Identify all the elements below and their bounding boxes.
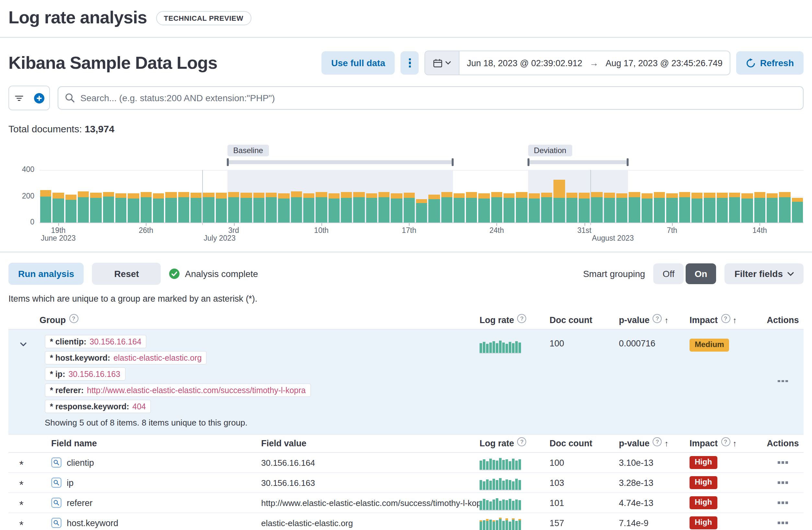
smart-grouping-on-button[interactable]: On (686, 263, 716, 284)
field-value: 30.156.16.163 (261, 478, 480, 488)
histogram-bar (416, 199, 427, 223)
page-title: Log rate analysis (9, 8, 147, 28)
histogram-bar (128, 193, 139, 223)
group-items: * clientip:30.156.16.164 * host.keyword:… (34, 335, 480, 428)
unique-marker: * (9, 457, 34, 468)
row-actions-button[interactable] (775, 458, 791, 467)
reset-button[interactable]: Reset (92, 263, 161, 285)
field-name: referer (67, 498, 93, 507)
row-actions-button[interactable] (775, 478, 791, 487)
refresh-button[interactable]: Refresh (736, 51, 803, 74)
deviation-brush-left-handle[interactable] (527, 158, 530, 166)
x-axis-label: 17th (402, 226, 416, 234)
histogram-bar (667, 193, 678, 223)
filter-toggle-button[interactable] (9, 86, 29, 110)
field-table-row[interactable]: *refererhttp://www.elastic-elastic-elast… (9, 493, 803, 513)
histogram-bar (53, 193, 64, 223)
search-input[interactable] (58, 86, 803, 110)
y-axis-label: 0 (10, 218, 34, 226)
histogram-bar (403, 193, 415, 223)
date-range-picker[interactable]: Jun 18, 2023 @ 02:39:02.912 → Aug 17, 20… (425, 51, 730, 75)
x-axis-tick (146, 223, 147, 226)
histogram-bar (316, 192, 327, 223)
collapse-group-button[interactable] (17, 339, 29, 352)
histogram-bar (641, 194, 653, 223)
unique-items-note: Items which are unique to a group are ma… (9, 294, 803, 304)
x-axis-tick (497, 223, 497, 226)
histogram-bar (579, 193, 590, 223)
group-item-chip: * host.keyword:elastic-elastic-elastic.o… (45, 351, 207, 365)
row-actions-button[interactable] (775, 519, 791, 527)
use-full-data-button[interactable]: Use full data (321, 51, 395, 74)
baseline-brush-right-handle[interactable] (452, 158, 454, 166)
x-axis-label: 26th (139, 226, 153, 234)
boxes-horizontal-icon (778, 380, 788, 382)
date-end[interactable]: Aug 17, 2023 @ 23:45:26.749 (598, 58, 730, 68)
field-table-row[interactable]: *host.keywordelastic-elastic-elastic.org… (9, 513, 803, 530)
log-rate-column-header: Log rate? (480, 315, 550, 325)
histogram-bar (754, 192, 765, 223)
total-documents-label: Total documents: (9, 123, 82, 134)
chevron-down-icon (446, 61, 451, 65)
baseline-brush[interactable] (228, 160, 453, 164)
histogram-bar (303, 193, 315, 223)
x-axis-label: 14th (752, 226, 767, 234)
histogram-bar (466, 192, 477, 223)
p-value-column-header[interactable]: p-value?↑ (619, 438, 690, 448)
histogram-bar (216, 193, 227, 223)
field-table-row[interactable]: *ip30.156.16.1631033.28e-13High (9, 473, 803, 493)
impact-column-header[interactable]: Impact?↑ (690, 438, 762, 448)
total-documents-value: 13,974 (85, 123, 114, 134)
field-value: 30.156.16.164 (261, 458, 480, 468)
histogram-bars (40, 170, 803, 223)
unique-marker: * (9, 477, 34, 488)
field-name: host.keyword (67, 518, 118, 528)
log-rate-analysis-page: Log rate analysis TECHNICAL PREVIEW Kiba… (0, 0, 812, 530)
row-actions-button[interactable] (775, 499, 791, 507)
histogram-bar (679, 192, 690, 223)
impact-badge: High (690, 516, 717, 529)
histogram-bar (742, 193, 753, 223)
histogram-bar (704, 193, 715, 223)
field-table-row[interactable]: *clientip30.156.16.1641003.10e-13High (9, 453, 803, 473)
p-value-value: 0.000716 (619, 335, 690, 348)
add-filter-button[interactable] (29, 86, 49, 110)
month-label: July 2023 (204, 234, 235, 242)
deviation-label: Deviation (528, 145, 572, 156)
x-axis-label: 10th (314, 226, 329, 234)
section-title: Kibana Sample Data Logs (9, 53, 217, 73)
unique-marker: * (9, 517, 34, 528)
run-analysis-button[interactable]: Run analysis (9, 263, 84, 285)
date-start[interactable]: Jun 18, 2023 @ 02:39:02.912 (460, 58, 590, 68)
filter-button-group (9, 86, 50, 110)
histogram-bar (341, 192, 352, 223)
histogram-bar (767, 193, 778, 223)
x-axis-label: 24th (490, 226, 504, 234)
impact-column-header[interactable]: Impact?↑ (690, 315, 762, 325)
field-name-column-header: Field name (34, 438, 261, 448)
p-value-column-header[interactable]: p-value?↑ (619, 315, 690, 325)
options-button[interactable] (401, 51, 419, 74)
histogram-bar (153, 194, 164, 223)
filter-fields-button[interactable]: Filter fields (725, 263, 803, 284)
calendar-quick-select-button[interactable] (425, 51, 460, 74)
baseline-brush-left-handle[interactable] (227, 158, 229, 166)
doc-count-column-header: Doc count (550, 315, 619, 325)
smart-grouping-off-button[interactable]: Off (654, 263, 684, 284)
histogram-plot[interactable]: 0200400 (40, 170, 803, 223)
deviation-brush-right-handle[interactable] (627, 158, 629, 166)
x-axis-tick (672, 223, 673, 226)
group-table-row[interactable]: * clientip:30.156.16.164 * host.keyword:… (9, 330, 803, 435)
group-table-header: Group? Log rate? Doc count p-value?↑ Imp… (9, 311, 803, 330)
actions-column-header: Actions (762, 315, 803, 325)
info-icon: ? (69, 313, 78, 323)
histogram-bar (278, 193, 289, 223)
group-actions-button[interactable] (775, 377, 791, 386)
deviation-brush[interactable] (528, 160, 628, 164)
chart-inner: Baseline Deviation 0200400 19th26th3rd10… (40, 145, 803, 242)
x-axis-tick (58, 223, 59, 226)
histogram-bar (792, 197, 803, 223)
field-value: http://www.elastic-elastic-elastic.com/s… (261, 498, 480, 507)
analysis-status: Analysis complete (170, 268, 258, 279)
total-documents: Total documents: 13,974 (9, 123, 803, 134)
